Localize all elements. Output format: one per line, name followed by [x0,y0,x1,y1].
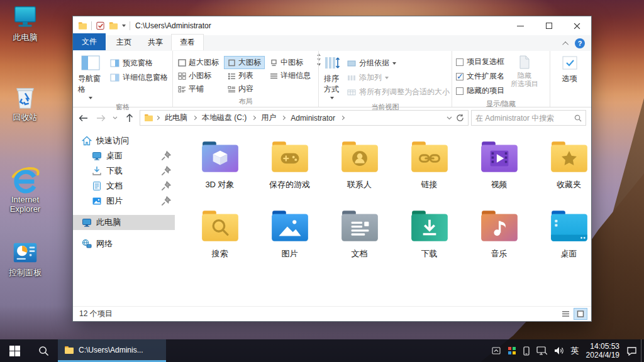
breadcrumb-chevron-icon [155,116,160,120]
checkbox-icon[interactable] [456,58,464,66]
details-view-toggle[interactable] [558,308,572,320]
size-all-columns-button[interactable]: 将所有列调整为合适的大小 [344,85,453,99]
start-button[interactable] [0,339,29,362]
preview-pane-button[interactable]: 预览窗格 [107,56,171,70]
file-extensions-checkbox[interactable]: 文件扩展名 [453,69,507,84]
search-input[interactable] [475,114,572,123]
sidebar-label: 此电脑 [96,217,121,228]
tab-share[interactable]: 共享 [140,35,171,50]
desktop-icon-control-panel[interactable]: 控制面板 [1,239,49,277]
file-list-area[interactable]: 3D 对象 保存的游戏 [175,128,591,306]
explorer-window: C:\Users\Administrator 文件 主页 共享 查看 ? [72,16,592,322]
sort-by-chevron-icon [330,97,334,99]
checkbox-icon[interactable] [456,73,464,80]
desktop-icon-recycle-bin[interactable]: 回收站 [1,84,49,122]
sidebar-item-desktop[interactable]: 桌面 [73,148,175,163]
current-folder-icon [144,114,153,122]
properties-button-icon[interactable] [96,21,105,30]
layout-content[interactable]: 内容 [224,82,265,96]
sidebar-item-this-pc[interactable]: 此电脑 [73,215,175,230]
details-view-icon [270,72,278,80]
file-item-videos[interactable]: 视频 [464,140,534,209]
sidebar-item-documents[interactable]: 文档 [73,178,175,194]
desktop-icon-this-pc[interactable]: 此电脑 [1,4,49,42]
tabstrip-right: ? [564,38,591,50]
file-item-3d-objects[interactable]: 3D 对象 [185,140,255,209]
tray-volume-icon[interactable] [554,346,564,355]
file-item-desktop[interactable]: 桌面 [534,209,591,278]
minimize-button[interactable] [506,16,535,35]
action-center-icon[interactable] [626,346,637,356]
file-label: 文档 [352,248,368,260]
layout-medium-icons[interactable]: 中图标 [266,56,314,69]
search-box[interactable] [471,110,586,126]
item-checkboxes-checkbox[interactable]: 项目复选框 [453,55,507,69]
sidebar-item-downloads[interactable]: 下载 [73,163,175,178]
desktop-icon-internet-explorer[interactable]: Internet Explorer [1,166,49,214]
tray-chevron-up-icon[interactable] [492,347,501,354]
layout-list-view[interactable]: 列表 [224,69,265,82]
sidebar-item-network[interactable]: 网络 [73,236,175,251]
options-button[interactable]: 选项 [557,53,582,86]
layout-tiles[interactable]: 平铺 [174,82,223,96]
titlebar[interactable]: C:\Users\Administrator [73,16,591,35]
file-item-music[interactable]: 音乐 [464,209,534,278]
add-columns-icon [347,74,356,82]
file-item-downloads[interactable]: 下载 [394,209,464,278]
hidden-items-checkbox[interactable]: 隐藏的项目 [453,84,507,98]
file-item-favorites[interactable]: 收藏夹 [534,140,591,209]
file-item-documents[interactable]: 文档 [325,209,394,278]
tab-file[interactable]: 文件 [73,33,106,50]
file-item-links[interactable]: 链接 [394,140,464,209]
taskbar-clock[interactable]: 14:05:53 2024/4/19 [586,342,619,359]
taskbar-task-explorer[interactable]: C:\Users\Adminis... [58,339,166,362]
navigation-pane-button[interactable]: 导航窗格 [74,53,107,101]
new-folder-button-icon[interactable] [109,21,118,30]
forward-icon [96,114,106,122]
pin-icon [161,181,171,191]
taskbar-search-button[interactable] [29,339,58,362]
sidebar-item-pictures[interactable]: 图片 [73,194,175,209]
checkbox-icon[interactable] [456,87,464,95]
show-desktop-button[interactable] [641,339,644,362]
hide-selected-button[interactable]: 隐藏 所选项目 [507,53,542,90]
sidebar-item-quick-access[interactable]: 快速访问 [73,133,175,148]
ime-indicator[interactable]: 英 [571,345,579,356]
group-by-button[interactable]: 分组依据 [344,56,453,70]
file-label: 搜索 [212,248,228,260]
address-history-chevron-icon[interactable] [447,116,452,120]
list-view-icon [228,72,236,80]
customize-qat-chevron-icon[interactable] [122,25,126,27]
layout-extra-large-icons[interactable]: 超大图标 [174,56,223,69]
tray-phone-icon[interactable] [523,346,530,356]
layout-small-icons[interactable]: 小图标 [174,69,223,82]
breadcrumb-chevron-icon [192,116,197,120]
options-icon [561,55,579,72]
tab-view[interactable]: 查看 [171,34,204,50]
add-columns-button[interactable]: 添加列 [344,70,453,85]
tray-network-icon[interactable] [536,346,547,355]
ribbon-tabstrip: 文件 主页 共享 查看 ? [73,35,591,51]
maximize-button[interactable] [535,16,563,35]
tray-color-app-icon[interactable] [508,346,516,355]
details-pane-button[interactable]: 详细信息窗格 [107,70,171,85]
close-icon [574,23,580,30]
collapse-ribbon-icon[interactable] [562,41,569,47]
close-button[interactable] [563,16,591,35]
layout-large-icons[interactable]: 大图标 [224,56,265,69]
large-icons-view-toggle[interactable] [574,308,587,320]
search-icon[interactable] [574,114,582,122]
file-item-saved-games[interactable]: 保存的游戏 [255,140,325,209]
file-item-contacts[interactable]: 联系人 [325,140,394,209]
layout-list: 超大图标 大图标 中图标 小图标 列表 详细信息 平铺 内容 [174,53,314,96]
refresh-icon[interactable] [456,114,464,122]
sort-by-button[interactable]: 排序方式 [320,53,344,101]
file-item-pictures[interactable]: 图片 [255,209,325,278]
breadcrumb-local-disk-c[interactable]: 本地磁盘 (C:) [199,111,250,125]
help-button[interactable]: ? [575,38,585,48]
breadcrumb-users[interactable]: 用户 [258,111,279,125]
file-label: 链接 [421,179,438,190]
tab-home[interactable]: 主页 [108,35,140,50]
file-item-searches[interactable]: 搜索 [185,209,255,278]
layout-details-view[interactable]: 详细信息 [266,69,314,82]
